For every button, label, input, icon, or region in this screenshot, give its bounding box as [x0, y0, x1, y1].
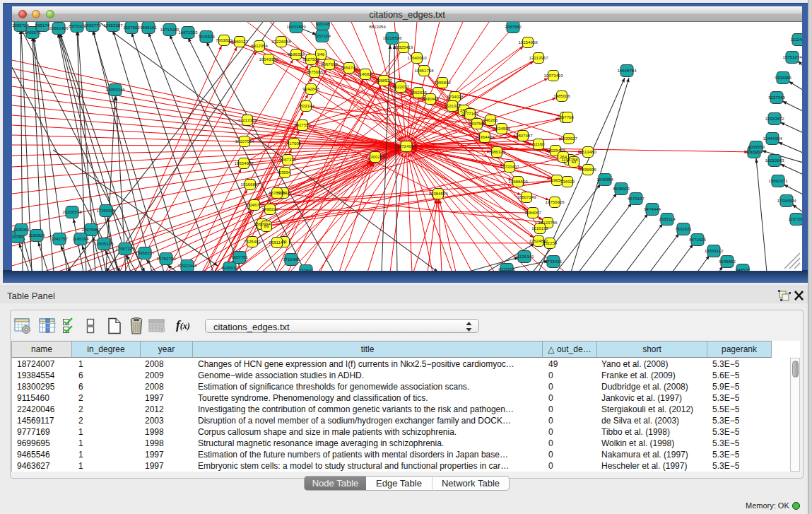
svg-text:12213389: 12213389: [237, 117, 257, 122]
svg-text:17016504: 17016504: [777, 198, 796, 203]
svg-text:9657791: 9657791: [231, 255, 248, 259]
svg-text:15692971: 15692971: [768, 178, 788, 183]
svg-text:6679197: 6679197: [628, 196, 645, 201]
svg-text:10653287: 10653287: [103, 23, 123, 28]
svg-text:6466161: 6466161: [140, 25, 157, 30]
svg-text:9146821: 9146821: [357, 71, 374, 76]
svg-text:10654112: 10654112: [705, 248, 724, 253]
svg-text:2055724: 2055724: [12, 23, 29, 28]
svg-text:19218506: 19218506: [382, 35, 402, 40]
svg-text:53594: 53594: [279, 170, 292, 175]
svg-text:1693779: 1693779: [84, 23, 101, 28]
svg-text:16671355: 16671355: [178, 30, 198, 35]
svg-text:21364436: 21364436: [475, 134, 495, 139]
svg-text:7357224: 7357224: [314, 33, 331, 38]
svg-text:9777169: 9777169: [461, 111, 478, 116]
svg-text:252254: 252254: [543, 240, 558, 245]
svg-text:7955812: 7955812: [434, 80, 451, 85]
svg-text:3875685: 3875685: [306, 69, 323, 74]
svg-text:9474444: 9474444: [644, 206, 661, 211]
svg-text:13640910: 13640910: [407, 55, 427, 60]
svg-text:8813054: 8813054: [369, 24, 386, 29]
svg-text:1112480: 1112480: [791, 37, 802, 42]
svg-text:23226058: 23226058: [271, 39, 291, 44]
svg-text:12505135: 12505135: [94, 241, 114, 246]
svg-text:15751074: 15751074: [782, 54, 802, 59]
svg-text:62160: 62160: [533, 141, 546, 146]
svg-text:16648784: 16648784: [617, 68, 637, 73]
svg-text:3267130: 3267130: [279, 157, 296, 162]
svg-text:8113205: 8113205: [498, 267, 515, 271]
svg-text:8427552: 8427552: [294, 122, 311, 127]
svg-text:9245652: 9245652: [719, 259, 736, 264]
svg-text:9084067: 9084067: [524, 210, 541, 215]
svg-text:20691406: 20691406: [49, 25, 69, 30]
svg-text:12213967: 12213967: [529, 55, 548, 60]
svg-text:1533627: 1533627: [560, 136, 577, 141]
svg-text:1733426: 1733426: [545, 259, 562, 264]
svg-text:9245012: 9245012: [221, 265, 238, 270]
svg-text:995174: 995174: [35, 23, 50, 28]
svg-text:944502: 944502: [736, 267, 751, 271]
svg-text:7986322: 7986322: [488, 149, 505, 154]
svg-text:8990448: 8990448: [422, 96, 439, 101]
svg-text:14136141: 14136141: [514, 254, 534, 259]
svg-text:18724007: 18724007: [396, 144, 416, 148]
svg-text:3498222: 3498222: [261, 206, 278, 211]
svg-text:3624554: 3624554: [493, 126, 510, 131]
svg-text:9242848: 9242848: [302, 86, 319, 91]
svg-text:1397706: 1397706: [557, 115, 574, 119]
svg-text:546: 546: [317, 52, 325, 57]
svg-text:7485006: 7485006: [553, 93, 570, 98]
svg-text:8186328: 8186328: [288, 52, 305, 57]
svg-text:8938923: 8938923: [613, 186, 630, 191]
svg-text:8375021: 8375021: [69, 23, 86, 28]
svg-text:1435061: 1435061: [13, 227, 30, 232]
svg-text:16543382: 16543382: [259, 57, 278, 62]
svg-text:10807487: 10807487: [513, 133, 533, 138]
svg-text:10719185: 10719185: [160, 27, 180, 32]
svg-text:16210643: 16210643: [765, 158, 784, 163]
svg-text:10688609: 10688609: [508, 179, 528, 184]
svg-text:10973493: 10973493: [543, 73, 563, 78]
svg-text:7625402: 7625402: [244, 239, 261, 244]
svg-text:1145194: 1145194: [72, 236, 89, 241]
svg-text:12093872: 12093872: [765, 116, 784, 121]
svg-text:7632621: 7632621: [675, 226, 692, 231]
svg-text:3215953: 3215953: [746, 149, 763, 154]
svg-text:19756928: 19756928: [545, 199, 565, 204]
svg-text:1527602: 1527602: [123, 25, 140, 30]
svg-text:7803144: 7803144: [298, 103, 314, 108]
svg-text:16782759: 16782759: [156, 256, 176, 261]
svg-text:19654: 19654: [551, 177, 564, 182]
svg-text:20206578: 20206578: [62, 209, 82, 214]
svg-text:920145: 920145: [316, 22, 331, 26]
svg-text:8912954: 8912954: [251, 43, 268, 48]
svg-text:746266: 746266: [483, 117, 498, 122]
svg-text:17957225: 17957225: [115, 246, 135, 251]
svg-text:8454749: 8454749: [341, 65, 358, 70]
svg-text:15720407: 15720407: [500, 164, 519, 169]
svg-text:23300295: 23300295: [365, 154, 385, 159]
svg-text:2935114: 2935114: [659, 216, 676, 221]
svg-text:1342757: 1342757: [51, 236, 68, 241]
svg-text:8678335: 8678335: [269, 190, 286, 195]
svg-text:1167533: 1167533: [788, 216, 802, 221]
svg-text:1691144: 1691144: [269, 240, 286, 245]
svg-text:772801: 772801: [299, 268, 314, 271]
svg-text:1362615: 1362615: [410, 90, 427, 95]
svg-text:17359924: 17359924: [96, 208, 116, 213]
svg-text:23975867: 23975867: [81, 227, 101, 232]
svg-text:1003559: 1003559: [748, 144, 765, 149]
svg-text:3716485: 3716485: [283, 257, 300, 262]
svg-text:7663822: 7663822: [216, 37, 233, 42]
svg-text:19958157: 19958157: [135, 250, 155, 255]
svg-text:1156829: 1156829: [28, 233, 45, 238]
svg-text:1405571: 1405571: [24, 30, 41, 35]
svg-text:7515526: 7515526: [198, 34, 215, 39]
svg-text:6497568: 6497568: [469, 121, 486, 126]
svg-text:19384554: 19384554: [428, 191, 448, 196]
svg-text:20053346: 20053346: [105, 87, 125, 92]
svg-text:8960123: 8960123: [231, 39, 248, 44]
svg-text:1588520: 1588520: [375, 78, 392, 83]
